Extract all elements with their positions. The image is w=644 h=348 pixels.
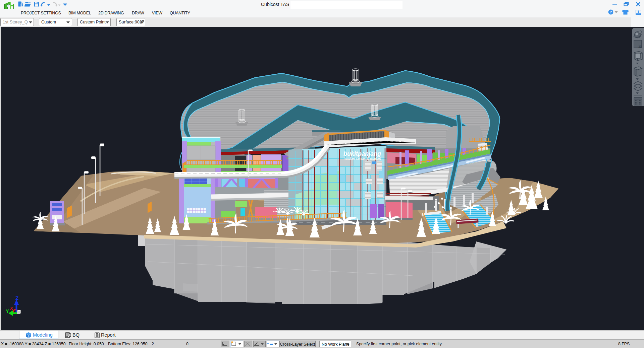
svg-text:Y: Y	[6, 308, 9, 314]
svg-text:2D: 2D	[638, 45, 642, 48]
svg-text:?: ?	[610, 10, 612, 14]
svg-text:bukitpanjang: bukitpanjang	[343, 150, 381, 157]
svg-text:X: X	[10, 306, 13, 311]
svg-text:Z: Z	[15, 295, 18, 301]
svg-text:hawker center & market: hawker center & market	[344, 156, 381, 160]
